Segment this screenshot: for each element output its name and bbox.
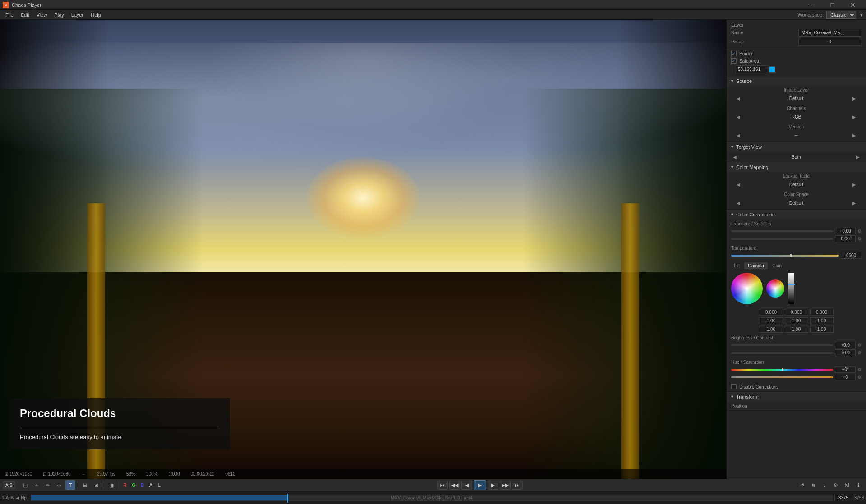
tool-overlay[interactable]: ◨: [106, 480, 116, 490]
channel-r[interactable]: R: [121, 481, 129, 489]
ab-toggle[interactable]: A|B: [3, 481, 15, 489]
tool-grid[interactable]: ⊞: [92, 480, 101, 490]
softclip-slider[interactable]: [731, 238, 833, 240]
rgb-r-val3[interactable]: 1.00: [760, 326, 783, 333]
menu-play[interactable]: Play: [51, 11, 67, 18]
tool-transform[interactable]: ⌖: [32, 480, 41, 490]
disable-corrections-checkbox[interactable]: [731, 384, 737, 389]
rgb-r-val2[interactable]: 1.00: [760, 317, 783, 324]
exposure-slider[interactable]: [731, 230, 833, 232]
contrast-value[interactable]: +0.0: [835, 349, 856, 356]
target-view-prev[interactable]: ◀: [731, 154, 738, 160]
color-mapping-header[interactable]: ▼ Color Mapping: [727, 162, 866, 172]
exposure-reset[interactable]: ⚙: [857, 229, 861, 234]
tab-lift[interactable]: Lift: [730, 262, 743, 269]
rgb-values-row1: 0.000 0.000 0.000: [727, 308, 866, 316]
channel-b[interactable]: B: [138, 481, 146, 489]
temperature-slider[interactable]: [731, 255, 839, 257]
safe-area-color-swatch[interactable]: [769, 66, 775, 73]
softclip-reset[interactable]: ⚙: [857, 236, 861, 241]
lookup-prev[interactable]: ◀: [735, 181, 742, 188]
brightness-reset[interactable]: ⚙: [857, 343, 861, 348]
loop-btn[interactable]: ↺: [797, 480, 807, 490]
play-back[interactable]: ◀◀: [449, 481, 460, 490]
color-space-prev[interactable]: ◀: [735, 200, 742, 206]
play-step-back-far[interactable]: ⏮: [437, 481, 448, 490]
rgb-b-val2[interactable]: 1.00: [810, 317, 834, 324]
tool-text[interactable]: T: [65, 480, 75, 490]
rgb-g-val2[interactable]: 1.00: [785, 317, 808, 324]
settings-btn[interactable]: ⚙: [831, 480, 841, 490]
rgb-b-val3[interactable]: 1.00: [810, 326, 834, 333]
temperature-value[interactable]: 6600: [841, 252, 861, 259]
snap-btn[interactable]: ⊕: [808, 480, 818, 490]
saturation-slider[interactable]: [731, 376, 833, 378]
close-button[interactable]: ✕: [843, 0, 863, 10]
play-stop-btn[interactable]: ▶: [474, 480, 486, 490]
tool-select[interactable]: ▢: [20, 480, 30, 490]
gain-strip[interactable]: [788, 273, 794, 304]
color-wheel[interactable]: [731, 273, 763, 304]
menu-layer[interactable]: Layer: [68, 11, 88, 18]
layer-group-field[interactable]: 0: [798, 38, 861, 46]
lookup-next[interactable]: ▶: [851, 181, 858, 188]
workspace-expand-icon[interactable]: ▼: [859, 12, 864, 18]
version-next[interactable]: ▶: [851, 132, 858, 139]
brightness-value[interactable]: +0.0: [835, 342, 856, 348]
tool-frame[interactable]: ⊟: [80, 480, 90, 490]
monitor-btn[interactable]: M: [842, 480, 852, 490]
info-btn[interactable]: ℹ: [853, 480, 863, 490]
play-next-frame[interactable]: ▶: [488, 481, 498, 490]
menu-view[interactable]: View: [33, 11, 51, 18]
color-corrections-header[interactable]: ▼ Color Corrections: [727, 210, 866, 220]
exposure-value[interactable]: +0.00: [835, 228, 856, 234]
workspace-dropdown[interactable]: Classic: [826, 11, 856, 19]
timeline-track-container[interactable]: MRV_Corona9_Max&C4d_Draft_01.mp4: [31, 495, 833, 501]
target-view-next[interactable]: ▶: [854, 154, 861, 160]
hue-value[interactable]: +0°: [835, 366, 856, 373]
rgb-g-val3[interactable]: 1.00: [785, 326, 808, 333]
image-layer-next[interactable]: ▶: [851, 95, 858, 102]
audio-btn[interactable]: ♪: [820, 480, 829, 490]
channels-next[interactable]: ▶: [851, 114, 858, 120]
contrast-reset[interactable]: ⚙: [857, 350, 861, 355]
gain-color-wheel[interactable]: [766, 279, 784, 298]
menu-edit[interactable]: Edit: [17, 11, 33, 18]
contrast-slider[interactable]: [731, 352, 833, 354]
channel-l[interactable]: L: [156, 481, 162, 489]
channel-g[interactable]: G: [130, 481, 138, 489]
safe-area-input[interactable]: [736, 65, 767, 73]
tool-crop[interactable]: ⊹: [54, 480, 64, 490]
border-checkbox[interactable]: [731, 51, 737, 56]
transform-section-header[interactable]: ▼ Transform: [727, 392, 866, 402]
hue-slider[interactable]: [731, 369, 833, 371]
image-layer-prev[interactable]: ◀: [735, 95, 742, 102]
channel-a[interactable]: A: [147, 481, 154, 489]
rgb-r-val[interactable]: 0.000: [760, 309, 783, 316]
maximize-button[interactable]: □: [822, 0, 843, 10]
softclip-value[interactable]: 0.00: [835, 235, 856, 242]
version-prev[interactable]: ◀: [735, 132, 742, 139]
tab-gamma[interactable]: Gamma: [744, 262, 768, 269]
play-prev-frame[interactable]: ◀: [461, 481, 472, 490]
saturation-reset[interactable]: ⚙: [857, 375, 861, 380]
channels-prev[interactable]: ◀: [735, 114, 742, 120]
minimize-button[interactable]: ─: [801, 0, 822, 10]
menu-help[interactable]: Help: [87, 11, 105, 18]
saturation-value[interactable]: +0: [835, 374, 856, 380]
menu-file[interactable]: File: [2, 11, 17, 18]
rgb-g-val[interactable]: 0.000: [785, 309, 808, 316]
tool-paint[interactable]: ✏: [43, 480, 53, 490]
current-frame-input[interactable]: [834, 495, 852, 501]
source-section-header[interactable]: ▼ Source: [727, 76, 866, 86]
tab-gain[interactable]: Gain: [769, 262, 785, 269]
color-space-next[interactable]: ▶: [851, 200, 858, 206]
play-step-fwd-far[interactable]: ⏭: [512, 481, 523, 490]
target-section-header[interactable]: ▼ Target View: [727, 142, 866, 152]
layer-name-field[interactable]: MRV_Corona9_Ma...: [798, 29, 861, 37]
hue-reset[interactable]: ⚙: [857, 367, 861, 372]
brightness-slider[interactable]: [731, 344, 833, 346]
safe-area-checkbox[interactable]: [731, 58, 737, 64]
rgb-b-val[interactable]: 0.000: [810, 309, 834, 316]
play-forward[interactable]: ▶▶: [500, 481, 511, 490]
